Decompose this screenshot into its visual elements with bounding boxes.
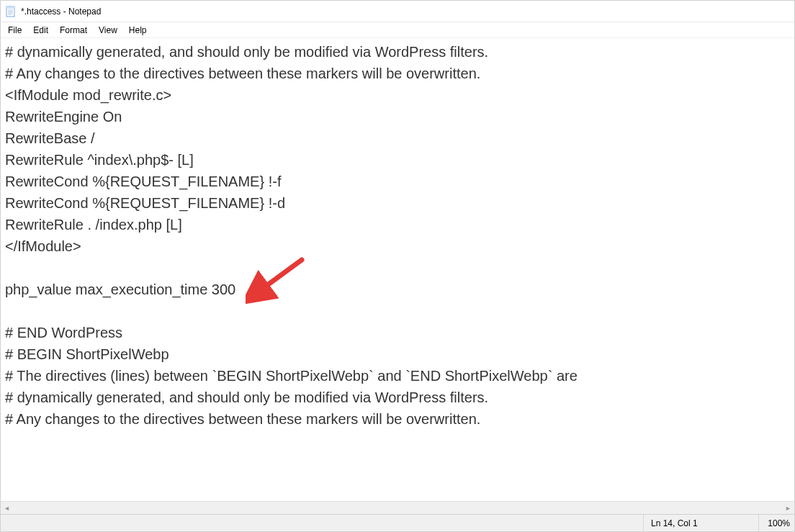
menu-view[interactable]: View <box>93 24 123 37</box>
status-cursor-position: Ln 14, Col 1 <box>643 515 758 531</box>
window-title: *.htaccess - Notepad <box>21 6 101 17</box>
status-spacer <box>1 515 643 531</box>
menu-edit[interactable]: Edit <box>27 24 54 37</box>
status-zoom-level: 100% <box>758 515 794 531</box>
menu-file[interactable]: File <box>2 24 27 37</box>
scroll-right-icon[interactable]: ► <box>782 502 794 514</box>
menu-bar: File Edit Format View Help <box>1 22 794 38</box>
horizontal-scrollbar[interactable]: ◄ ► <box>1 501 794 514</box>
notepad-window: *.htaccess - Notepad File Edit Format Vi… <box>0 0 795 532</box>
status-bar: Ln 14, Col 1 100% <box>1 514 794 531</box>
editor-area: # dynamically generated, and should only… <box>1 38 794 501</box>
editor-textarea[interactable]: # dynamically generated, and should only… <box>1 38 794 501</box>
menu-format[interactable]: Format <box>54 24 93 37</box>
scroll-left-icon[interactable]: ◄ <box>1 502 13 514</box>
svg-rect-1 <box>6 6 14 9</box>
menu-help[interactable]: Help <box>123 24 153 37</box>
notepad-app-icon <box>5 6 17 17</box>
title-bar: *.htaccess - Notepad <box>1 1 794 22</box>
